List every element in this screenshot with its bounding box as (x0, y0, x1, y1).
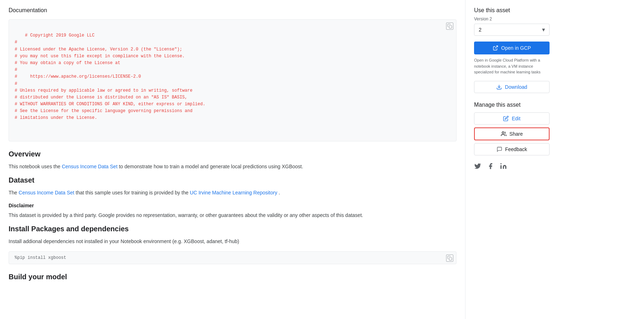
version-select[interactable]: 1 2 3 (474, 24, 550, 36)
install-title: Install Packages and dependencies (9, 225, 457, 233)
twitter-icon[interactable] (474, 163, 481, 171)
feedback-label: Feedback (505, 146, 527, 152)
dataset-title: Dataset (9, 176, 457, 184)
svg-rect-0 (449, 25, 452, 28)
svg-point-4 (502, 132, 504, 134)
svg-line-2 (495, 46, 498, 48)
dataset-text-after: . (279, 190, 280, 195)
license-code-text: # Copyright 2019 Google LLC # # Licensed… (15, 33, 205, 120)
install-code-block: %pip install xgboost (9, 251, 457, 264)
manage-title: Manage this asset (474, 102, 550, 108)
social-icons (474, 163, 550, 171)
download-icon (496, 84, 502, 90)
facebook-icon[interactable] (487, 163, 494, 171)
dataset-text-before: The (9, 190, 19, 195)
edit-icon (503, 116, 509, 121)
install-code-text: %pip install xgboost (15, 255, 66, 260)
disclaimer-title: Disclaimer (9, 203, 457, 208)
overview-title: Overview (9, 150, 457, 158)
install-copy-icon[interactable] (446, 255, 453, 262)
copy-icon[interactable] (446, 23, 453, 30)
use-asset-title: Use this asset (474, 7, 550, 14)
page-title: Documentation (9, 7, 457, 14)
edit-button[interactable]: Edit (474, 112, 550, 125)
overview-text-after: to demonstrate how to train a model and … (119, 164, 303, 169)
dataset-text: The Census Income Data Set that this sam… (9, 189, 457, 197)
overview-text-before: This notebook uses the (9, 164, 62, 169)
svg-point-6 (501, 163, 502, 164)
overview-text: This notebook uses the Census Income Dat… (9, 163, 457, 170)
open-in-gcp-label: Open in GCP (501, 45, 531, 51)
share-icon (501, 131, 507, 137)
external-link-icon (493, 45, 498, 51)
uc-irvine-link[interactable]: UC Irvine Machine Learning Repository (190, 190, 277, 195)
main-content: Documentation # Copyright 2019 Google LL… (0, 0, 465, 319)
share-label: Share (509, 131, 523, 137)
disclaimer-text: This dataset is provided by a third part… (9, 211, 457, 219)
gcp-description: Open in Google Cloud Platform with a not… (474, 57, 550, 75)
svg-rect-1 (449, 257, 452, 260)
census-income-link-overview[interactable]: Census Income Data Set (62, 164, 118, 169)
dataset-text-middle: that this sample uses for training is pr… (76, 190, 190, 195)
open-in-gcp-button[interactable]: Open in GCP (474, 42, 550, 54)
license-code-block: # Copyright 2019 Google LLC # # Licensed… (9, 19, 457, 141)
version-label: Version 2 (474, 16, 550, 21)
linkedin-icon[interactable] (500, 163, 507, 171)
svg-rect-5 (501, 165, 502, 169)
feedback-icon (497, 146, 502, 152)
edit-label: Edit (512, 116, 520, 121)
version-select-wrapper: 1 2 3 ▼ (474, 24, 550, 36)
sidebar: Use this asset Version 2 1 2 3 ▼ Open in… (465, 0, 558, 319)
install-text: Install addional dependencies not instal… (9, 237, 457, 245)
feedback-button[interactable]: Feedback (474, 143, 550, 155)
share-button[interactable]: Share (474, 127, 550, 140)
build-title: Build your model (9, 273, 457, 281)
census-income-link-dataset[interactable]: Census Income Data Set (19, 190, 74, 195)
download-button[interactable]: Download (474, 81, 550, 93)
download-label: Download (505, 84, 527, 90)
